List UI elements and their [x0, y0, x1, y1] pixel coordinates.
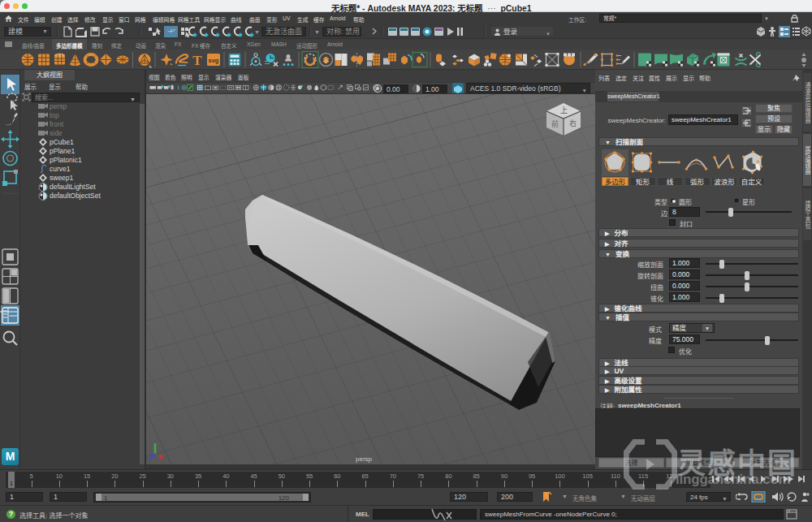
svg-text:前: 前 [551, 119, 559, 128]
svg-text:1.00: 1.00 [425, 85, 439, 93]
svg-text:上: 上 [560, 106, 568, 114]
svg-text:T: T [192, 53, 202, 68]
svg-text:右: 右 [569, 119, 577, 127]
svg-text:persp: persp [356, 455, 373, 463]
svg-text:svg: svg [209, 57, 219, 64]
svg-text:0.00: 0.00 [387, 85, 400, 93]
